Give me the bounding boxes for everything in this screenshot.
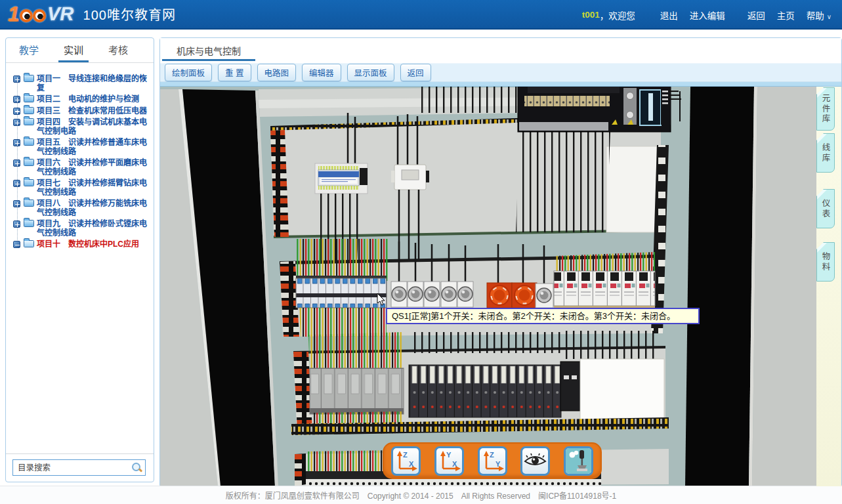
expand-icon[interactable]	[13, 108, 20, 115]
gray-button[interactable]	[457, 282, 473, 307]
circuit-diagram-button[interactable]: 电路图	[257, 64, 297, 81]
axis-up-label: Z	[490, 451, 494, 459]
view-eye-button[interactable]	[520, 446, 550, 476]
expand-icon[interactable]	[13, 220, 20, 228]
folder-icon	[24, 179, 34, 186]
tree-item-project9[interactable]: 项目九 识读并检修卧式镗床电气控制线路	[6, 220, 151, 238]
library-tab-strip: 元件库 线库 仪表 物料	[816, 87, 841, 486]
gray-button[interactable]	[441, 282, 457, 307]
tree-item-label: 项目六 识读并检修平面磨床电气控制线路	[37, 158, 147, 177]
cabinet-left-column	[160, 89, 278, 486]
collapse-icon[interactable]	[13, 241, 20, 248]
tree-item-project8[interactable]: 项目八 识读并检修万能铣床电气控制线路	[6, 200, 151, 217]
show-panel-button[interactable]: 显示面板	[347, 64, 394, 81]
site-title: 100唯尔教育网	[83, 5, 176, 24]
draw-panel-button[interactable]: 绘制面板	[165, 64, 212, 81]
gray-button[interactable]	[391, 282, 407, 307]
search-icon[interactable]	[131, 462, 142, 473]
expand-icon[interactable]	[13, 200, 20, 207]
axis-up-label: Y	[446, 451, 452, 459]
tree-item-project7[interactable]: 项目七 识读并检修摇臂钻床电气控制线路	[6, 179, 151, 197]
project-tree: 项目一 导线连接和绝缘层的恢复 项目二 电动机的维护与检测 项目三 检查机床常用…	[6, 68, 154, 452]
plc-wire-fan	[516, 132, 610, 232]
axis-right-label: Y	[495, 460, 501, 468]
relay-group[interactable]	[554, 252, 655, 310]
cabinet-right-column	[685, 87, 816, 486]
gray-button[interactable]	[424, 282, 440, 307]
folder-icon	[24, 95, 34, 102]
footer: 版权所有：厦门凤凰创壹软件有限公司 Copyright © 2014 - 201…	[0, 486, 842, 504]
expand-icon[interactable]	[13, 119, 20, 126]
view-zy-button[interactable]: Z Y	[478, 446, 507, 476]
cabinet-3d-scene[interactable]	[160, 87, 816, 486]
back-link[interactable]: 返回	[747, 9, 765, 22]
logout-link[interactable]: 退出	[660, 9, 678, 22]
help-link[interactable]: 帮助∨	[807, 9, 831, 22]
content-panel: 机床与电气控制 绘制面板 重 置 电路图 编辑器 显示面板 返回	[159, 37, 842, 486]
logo-text-vr: VR	[47, 3, 74, 25]
tab-instruments[interactable]: 仪表	[816, 189, 835, 228]
expand-icon[interactable]	[13, 75, 20, 83]
view-zx-button[interactable]: Z X	[391, 446, 421, 476]
page: 1 VR 100唯尔教育网 t001 ，欢迎您 退出 进入编辑 返回 主页 帮助…	[0, 0, 842, 504]
open-folder-icon	[24, 240, 34, 247]
breaker-row[interactable]	[296, 239, 389, 337]
editor-button[interactable]: 编辑器	[302, 64, 341, 81]
axis-right-label: X	[452, 460, 457, 468]
sidebar-tabs: 教学 实训 考核	[6, 38, 154, 63]
screwdriver-tool-icon	[566, 448, 591, 474]
3d-viewport[interactable]: 元件库 线库 仪表 物料 QS1[正常]第1个开关：未闭合。第2个开关：未闭合。…	[160, 82, 841, 486]
expand-icon[interactable]	[13, 139, 20, 146]
tab-training-active[interactable]: 实训	[58, 38, 89, 62]
folder-icon	[24, 75, 34, 82]
axis-right-label: X	[409, 460, 414, 468]
gray-button[interactable]	[408, 282, 423, 307]
tree-item-project10-selected[interactable]: 项目十 数控机床中PLC应用	[6, 240, 151, 249]
tree-item-project1[interactable]: 项目一 导线连接和绝缘层的恢复	[6, 75, 151, 93]
estop-buttons[interactable]	[487, 283, 553, 308]
tree-item-label: 项目四 安装与调试机床基本电气控制电路	[37, 117, 147, 136]
tool-button[interactable]	[564, 446, 593, 476]
header: 1 VR 100唯尔教育网 t001 ，欢迎您 退出 进入编辑 返回 主页 帮助…	[0, 0, 842, 30]
tab-teaching[interactable]: 教学	[14, 38, 44, 62]
copyright-text: 版权所有：厦门凤凰创壹软件有限公司 Copyright © 2014 - 201…	[226, 490, 616, 501]
folder-icon	[24, 118, 34, 125]
tree-item-project4[interactable]: 项目四 安装与调试机床基本电气控制电路	[6, 118, 151, 136]
tree-item-project2[interactable]: 项目二 电动机的维护与检测	[6, 95, 151, 104]
sidebar-separator	[6, 453, 154, 454]
site-logo[interactable]: 1 VR	[8, 3, 74, 26]
search-input[interactable]	[12, 459, 146, 476]
catalog-search	[12, 459, 146, 476]
content-toolbar: 绘制面板 重 置 电路图 编辑器 显示面板 返回	[160, 63, 841, 82]
expand-icon[interactable]	[13, 96, 20, 103]
tree-item-project3[interactable]: 项目三 检查机床常用低压电器	[6, 107, 151, 116]
gray-button[interactable]	[536, 284, 553, 308]
expand-icon[interactable]	[13, 180, 20, 187]
mouse-cursor	[377, 293, 387, 306]
folder-icon	[24, 200, 34, 207]
folder-icon	[24, 138, 34, 146]
tree-item-label: 项目二 电动机的维护与检测	[37, 94, 139, 104]
home-link[interactable]: 主页	[777, 9, 795, 22]
content-tabbar: 机床与电气控制	[160, 38, 841, 63]
return-button[interactable]: 返回	[400, 64, 431, 81]
view-yx-button[interactable]: Y X	[434, 446, 464, 476]
tab-wire-library[interactable]: 线库	[816, 133, 835, 173]
tab-machine-electric-control[interactable]: 机床与电气控制	[162, 38, 255, 61]
expand-icon[interactable]	[13, 159, 20, 167]
enter-edit-link[interactable]: 进入编辑	[690, 9, 725, 22]
username: t001	[582, 10, 600, 20]
plc-unit[interactable]	[518, 87, 681, 132]
chevron-down-icon: ∨	[827, 13, 831, 20]
tree-item-label: 项目八 识读并检修万能铣床电气控制线路	[37, 199, 147, 217]
tree-item-project6[interactable]: 项目六 识读并检修平面磨床电气控制线路	[6, 159, 151, 177]
tree-item-project5[interactable]: 项目五 识读并检修普通车床电气控制线路	[6, 138, 151, 156]
tree-item-label: 项目七 识读并检修摇臂钻床电气控制线路	[37, 178, 147, 197]
reset-button[interactable]: 重 置	[218, 64, 251, 81]
tab-assessment[interactable]: 考核	[103, 38, 133, 62]
eye-icon	[522, 448, 548, 474]
tab-materials[interactable]: 物料	[816, 242, 835, 282]
blank-label-sheet	[580, 359, 664, 425]
tree-item-label: 项目五 识读并检修普通车床电气控制线路	[37, 138, 147, 156]
tab-component-library[interactable]: 元件库	[816, 87, 835, 131]
